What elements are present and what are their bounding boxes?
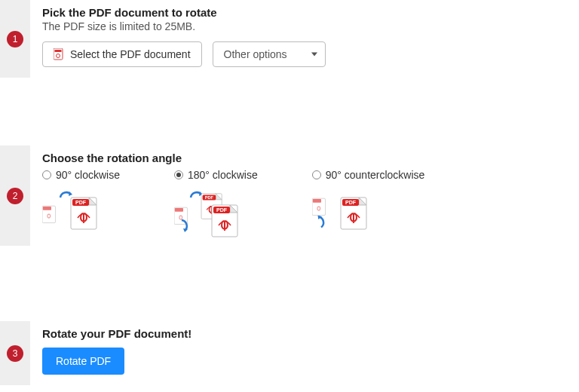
rotation-thumbnail	[42, 190, 120, 235]
rotation-option-90ccw[interactable]: 90° counterclockwise	[312, 169, 425, 235]
step-3: 3 Rotate your PDF document! Rotate PDF	[0, 321, 579, 385]
step-gutter: 2	[0, 145, 30, 246]
step-number-badge: 2	[7, 188, 23, 204]
pdf-file-icon	[54, 48, 64, 60]
step-gutter: 3	[0, 321, 30, 385]
step-subtitle: The PDF size is limited to 25MB.	[42, 20, 579, 32]
chevron-down-icon	[311, 53, 317, 57]
select-pdf-label: Select the PDF document	[70, 48, 191, 60]
spacer	[0, 78, 579, 145]
radio-icon	[174, 170, 183, 179]
radio-icon	[42, 170, 51, 179]
step-body: Rotate your PDF document! Rotate PDF	[42, 321, 579, 385]
other-options-select[interactable]: Other options	[213, 41, 326, 67]
step-number-badge: 3	[7, 345, 23, 362]
step-2: 2 Choose the rotation angle 90° clockwis…	[0, 145, 579, 246]
rotation-thumbnail	[312, 190, 425, 235]
step-title: Rotate your PDF document!	[42, 327, 579, 340]
spacer	[0, 246, 579, 321]
step-body: Pick the PDF document to rotate The PDF …	[42, 0, 579, 78]
step-number-badge: 1	[7, 31, 23, 47]
rotation-thumbnail	[174, 190, 258, 235]
select-pdf-button[interactable]: Select the PDF document	[42, 41, 202, 67]
step-gutter: 1	[0, 0, 30, 78]
step-title: Pick the PDF document to rotate	[42, 6, 579, 19]
rotation-option-label: 180° clockwise	[188, 169, 258, 181]
other-options-label: Other options	[224, 48, 287, 60]
rotation-option-label: 90° clockwise	[56, 169, 120, 181]
rotate-pdf-button[interactable]: Rotate PDF	[42, 348, 124, 375]
rotation-option-180cw[interactable]: 180° clockwise	[174, 169, 258, 235]
rotation-option-label: 90° counterclockwise	[326, 169, 425, 181]
step-1: 1 Pick the PDF document to rotate The PD…	[0, 0, 579, 78]
step-body: Choose the rotation angle 90° clockwise	[42, 145, 579, 246]
radio-icon	[312, 170, 321, 179]
rotation-option-90cw[interactable]: 90° clockwise	[42, 169, 120, 235]
step-title: Choose the rotation angle	[42, 152, 579, 164]
